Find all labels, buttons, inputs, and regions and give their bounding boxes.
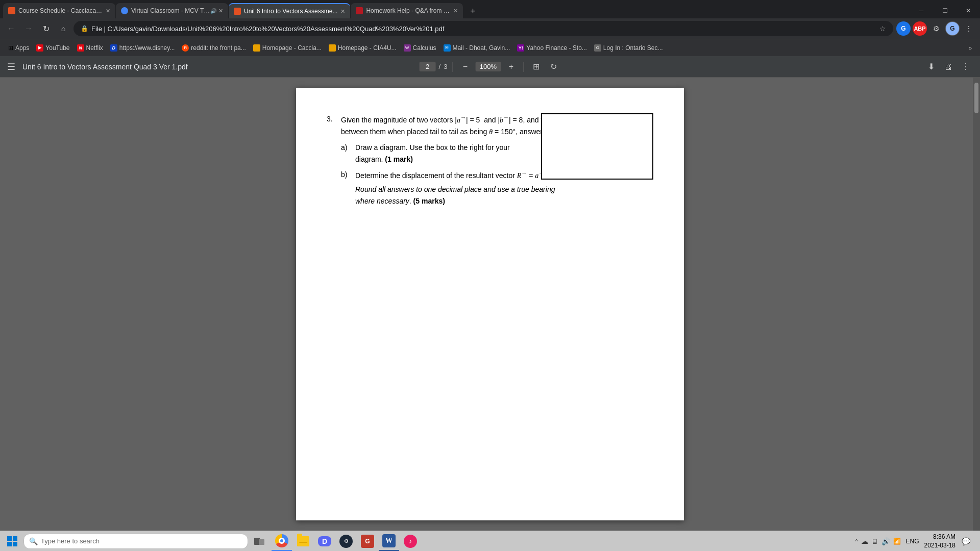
reload-button[interactable]: ↻ bbox=[39, 21, 53, 36]
taskbar-app-word[interactable]: W bbox=[379, 532, 399, 551]
tray-expand-button[interactable]: ^ bbox=[855, 538, 857, 544]
notification-button[interactable]: 💬 bbox=[959, 534, 973, 548]
homepage2-favicon bbox=[329, 44, 336, 52]
chrome-menu-button[interactable]: ⋮ bbox=[962, 21, 976, 36]
pdf-print-button[interactable]: 🖨 bbox=[941, 60, 955, 74]
extensions-button[interactable]: ⚙ bbox=[929, 21, 943, 36]
taskbar-apps: D ⚙ G W bbox=[272, 532, 421, 551]
bookmark-reddit[interactable]: R reddit: the front pa... bbox=[179, 42, 249, 54]
pdf-zoom-in-button[interactable]: + bbox=[504, 60, 518, 74]
more-bookmarks-button[interactable]: » bbox=[966, 43, 975, 53]
music-app-icon: ♪ bbox=[404, 535, 417, 548]
chrome-extension-1[interactable]: G bbox=[896, 21, 911, 36]
bookmark-netflix-label: Netflix bbox=[86, 44, 103, 52]
bookmark-calculus[interactable]: W Calculus bbox=[401, 42, 439, 54]
clock-time: 8:36 AM bbox=[924, 533, 955, 541]
home-button[interactable]: ⌂ bbox=[56, 21, 70, 36]
pdf-menu-icon[interactable]: ☰ bbox=[7, 61, 15, 72]
language-label: ENG bbox=[906, 538, 919, 545]
minimize-button[interactable]: ─ bbox=[910, 3, 933, 18]
volume-icon[interactable]: 🔊 bbox=[881, 537, 890, 545]
task-view-button[interactable] bbox=[250, 532, 268, 550]
back-button[interactable]: ← bbox=[4, 21, 18, 36]
question-3-number: 3. bbox=[327, 113, 337, 138]
youtube-favicon: ▶ bbox=[36, 44, 43, 52]
file-explorer-icon bbox=[297, 536, 309, 546]
pdf-fit-button[interactable]: ⊞ bbox=[529, 60, 543, 74]
pdf-page: 3. Given the magnitude of two vectors |a… bbox=[296, 88, 684, 520]
windows-logo-icon bbox=[7, 536, 17, 546]
taskbar-app-steam[interactable]: ⚙ bbox=[336, 532, 356, 551]
close-button[interactable]: ✕ bbox=[957, 3, 980, 18]
new-tab-button[interactable]: + bbox=[465, 4, 480, 18]
bookmark-apps[interactable]: ⊞ Apps bbox=[5, 42, 32, 54]
scrollbar-thumb[interactable] bbox=[974, 83, 978, 113]
tab4-title: Homework Help - Q&A from On... bbox=[366, 7, 450, 14]
maximize-button[interactable]: ☐ bbox=[933, 3, 957, 18]
tab2-audio-icon: 🔊 bbox=[210, 8, 216, 14]
tab-unit6-vectors[interactable]: Unit 6 Intro to Vectors Assessme... ✕ bbox=[229, 3, 350, 18]
bookmark-homepage1[interactable]: Homepage - Caccia... bbox=[250, 42, 325, 54]
url-bar[interactable]: 🔒 File | C:/Users/gavin/Downloads/Unit%2… bbox=[74, 21, 893, 36]
tab1-favicon bbox=[8, 7, 15, 14]
start-button[interactable] bbox=[3, 532, 21, 550]
bookmark-homepage2[interactable]: Homepage - CIA4U... bbox=[326, 42, 400, 54]
pdf-more-button[interactable]: ⋮ bbox=[959, 60, 973, 74]
extensions-area: G ABP ⚙ G ⋮ bbox=[896, 21, 976, 36]
url-lock-icon: 🔒 bbox=[81, 25, 88, 32]
bookmark-yahoo-label: Yahoo Finance - Sto... bbox=[526, 44, 587, 52]
bookmark-netflix[interactable]: N Netflix bbox=[74, 42, 106, 54]
taskbar-search-bar[interactable]: 🔍 Type here to search bbox=[23, 534, 248, 549]
bookmark-ontario[interactable]: O Log In : Ontario Sec... bbox=[591, 42, 666, 54]
bookmark-disney[interactable]: D https://www.disney... bbox=[107, 42, 178, 54]
scrollbar-track[interactable] bbox=[973, 78, 980, 531]
disney-favicon: D bbox=[110, 44, 117, 52]
bookmark-homepage1-label: Homepage - Caccia... bbox=[262, 44, 322, 52]
taskbar-app-chrome[interactable] bbox=[272, 532, 292, 551]
diagram-box bbox=[541, 113, 653, 180]
taskbar-app-file-explorer[interactable] bbox=[293, 532, 313, 551]
taskbar-app-music[interactable]: ♪ bbox=[400, 532, 421, 551]
task-view-icon bbox=[254, 538, 264, 545]
tab1-title: Course Schedule - Cacciacarro's bbox=[18, 7, 103, 14]
tab-virtual-classroom[interactable]: Virtual Classroom - MCV Th... 🔊 ✕ bbox=[116, 3, 228, 18]
bookmark-mail[interactable]: ✉ Mail - Dhoat, Gavin... bbox=[440, 42, 513, 54]
netflix-favicon: N bbox=[77, 44, 84, 52]
bookmark-yahoo[interactable]: Y! Yahoo Finance - Sto... bbox=[514, 42, 590, 54]
pdf-zoom-out-button[interactable]: − bbox=[458, 60, 472, 74]
pdf-page-input[interactable] bbox=[420, 62, 436, 71]
user-avatar[interactable]: G bbox=[945, 21, 960, 36]
mail-favicon: ✉ bbox=[444, 44, 451, 52]
bookmark-calculus-label: Calculus bbox=[413, 44, 436, 52]
tab-bar: Course Schedule - Cacciacarro's ✕ Virtua… bbox=[0, 0, 980, 18]
part-b-main-text: Determine the displacement of the result… bbox=[355, 169, 570, 182]
bookmark-ontario-label: Log In : Ontario Sec... bbox=[603, 44, 663, 52]
tab2-favicon bbox=[121, 7, 128, 14]
taskbar-app-game[interactable]: G bbox=[357, 532, 378, 551]
tab3-close[interactable]: ✕ bbox=[340, 8, 345, 15]
tab-homework-help[interactable]: Homework Help - Q&A from On... ✕ bbox=[351, 3, 463, 18]
pdf-rotate-button[interactable]: ↻ bbox=[546, 60, 560, 74]
tab2-close[interactable]: ✕ bbox=[218, 8, 223, 14]
ontario-favicon: O bbox=[594, 44, 601, 52]
calculus-favicon: W bbox=[404, 44, 411, 52]
tab1-close[interactable]: ✕ bbox=[106, 8, 110, 14]
word-app-icon: W bbox=[382, 534, 396, 547]
chrome-extension-2[interactable]: ABP bbox=[913, 21, 927, 36]
clock[interactable]: 8:36 AM 2021-03-18 bbox=[924, 533, 955, 550]
homepage1-favicon bbox=[253, 44, 260, 52]
forward-button[interactable]: → bbox=[21, 21, 36, 36]
taskbar-app-discord[interactable]: D bbox=[314, 532, 335, 551]
bookmark-youtube[interactable]: ▶ YouTube bbox=[33, 42, 72, 54]
pdf-zoom-input[interactable] bbox=[475, 62, 501, 71]
tab2-title: Virtual Classroom - MCV Th... bbox=[131, 7, 210, 14]
tab-course-schedule[interactable]: Course Schedule - Cacciacarro's ✕ bbox=[3, 3, 115, 18]
bookmark-reddit-label: reddit: the front pa... bbox=[191, 44, 246, 52]
pdf-toolbar: ☰ Unit 6 Intro to Vectors Assessment Qua… bbox=[0, 56, 980, 78]
tray-icons: ☁ 🖥 🔊 📶 bbox=[861, 537, 901, 545]
clock-date: 2021-03-18 bbox=[924, 541, 955, 550]
tab4-close[interactable]: ✕ bbox=[453, 8, 458, 14]
tab3-favicon bbox=[234, 8, 241, 15]
network-icon[interactable]: 📶 bbox=[893, 538, 901, 545]
pdf-download-button[interactable]: ⬇ bbox=[924, 60, 938, 74]
